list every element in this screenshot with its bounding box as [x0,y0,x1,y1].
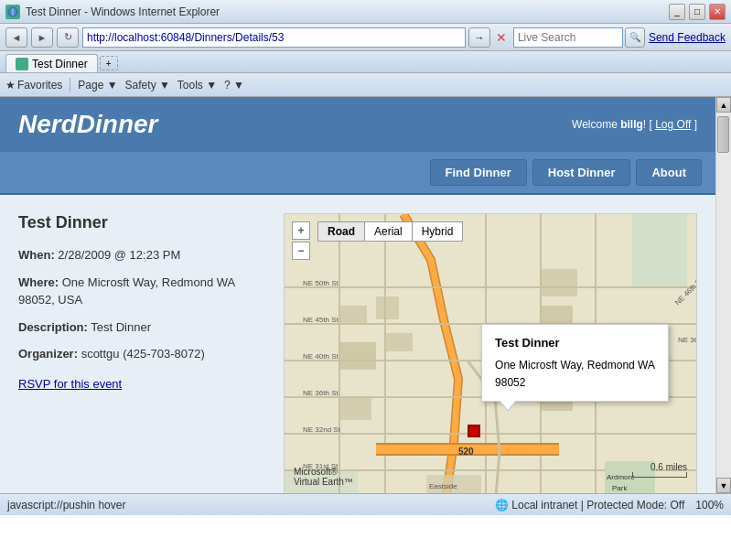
map-type-aerial[interactable]: Aerial [364,221,412,242]
svg-text:Park: Park [612,484,628,492]
organizer-field: Organizer: scottgu (425-703-8072) [18,345,265,363]
svg-rect-6 [339,342,376,370]
zone-indicator: 🌐 Local intranet | Protected Mode: Off [495,499,684,512]
map-type-selector[interactable]: Road Aerial Hybrid [317,221,463,242]
status-right: 🌐 Local intranet | Protected Mode: Off 1… [495,499,724,512]
map-logo-line1: Microsoft® [294,467,353,477]
favorites-toolbar[interactable]: ★ Favorites [5,79,62,92]
address-bar[interactable] [82,27,466,48]
search-button[interactable]: 🔍 [625,27,645,48]
logoff-link[interactable]: Log Off [655,118,691,131]
close-button[interactable]: ✕ [709,4,726,20]
map-type-hybrid[interactable]: Hybrid [412,221,464,242]
map-scale: 0.6 miles [632,462,687,478]
feedback-link[interactable]: Send Feedback [649,31,726,44]
organizer-label: Organizer: [18,347,78,361]
status-text: javascript://pushin hover [7,499,495,512]
svg-rect-2 [632,214,687,287]
where-label: Where: [18,275,59,289]
site-nav: Find Dinner Host Dinner About [0,152,715,195]
where-field: Where: One Microsft Way, Redmond WA 9805… [18,274,265,309]
site-header: NerdDinner Welcome billg! [ Log Off ] [0,97,715,152]
host-dinner-button[interactable]: Host Dinner [532,159,631,186]
minimize-button[interactable]: _ [669,4,685,20]
maximize-button[interactable]: □ [689,4,705,20]
map-zoom-controls[interactable]: + − [292,221,310,260]
scrollbar[interactable]: ▲ ▼ [715,97,731,493]
svg-rect-4 [339,306,367,324]
scale-label: 0.6 miles [650,462,687,472]
about-button[interactable]: About [636,159,702,186]
safety-menu[interactable]: Safety ▼ [125,79,170,92]
map-popup: Test Dinner One Microsft Way, Redmond WA… [481,324,669,402]
svg-rect-8 [339,397,371,420]
zone-text: Local intranet | Protected Mode: Off [511,499,684,512]
zoom-indicator: 100% [695,499,724,512]
popup-address1: One Microsft Way, Redmond WA [495,357,655,374]
forward-button[interactable]: ► [31,27,53,48]
svg-text:NE 40th St: NE 40th St [303,352,339,361]
zone-icon: 🌐 [495,499,509,512]
zoom-in-button[interactable]: + [292,221,310,240]
toolbar-sep1 [70,78,70,92]
svg-text:NE 36th: NE 36th [678,336,696,344]
zoom-text: 100% [695,499,724,512]
find-dinner-button[interactable]: Find Dinner [430,159,527,186]
description-value: Test Dinner [91,320,151,334]
back-button[interactable]: ◄ [5,27,27,48]
tools-menu[interactable]: Tools ▼ [177,79,217,92]
stop-button[interactable]: ✕ [493,27,510,48]
page-menu[interactable]: Page ▼ [78,79,117,92]
zoom-out-button[interactable]: − [292,242,310,260]
popup-address2: 98052 [495,374,655,392]
organizer-value: scottgu (425-703-8072) [81,347,205,361]
favorites-icon: ★ [5,79,16,92]
when-field: When: 2/28/2009 @ 12:23 PM [18,246,265,264]
svg-rect-9 [541,269,577,296]
description-field: Description: Test Dinner [18,318,265,337]
page-body: Test Dinner When: 2/28/2009 @ 12:23 PM W… [0,195,715,493]
status-bar: javascript://pushin hover 🌐 Local intran… [0,493,731,515]
browser-tab[interactable]: Test Dinner [5,54,98,72]
svg-text:Ardmore: Ardmore [607,473,635,481]
svg-rect-5 [376,296,399,319]
scale-bar [632,472,687,478]
svg-text:NE 36th St: NE 36th St [303,389,339,397]
svg-text:520: 520 [458,447,474,457]
browser-title: Test Dinner - Windows Internet Explorer [26,5,220,18]
scroll-track[interactable] [716,113,731,478]
map-copyright: © 2009 Microsoft Corporation © 2009 NAVT… [493,492,693,493]
scroll-up-button[interactable]: ▲ [716,97,731,113]
site-logo: NerdDinner [18,110,157,139]
svg-text:Eastside: Eastside [429,482,457,490]
map-type-road[interactable]: Road [317,221,364,242]
tab-favicon [16,58,28,70]
svg-text:NE 32nd St: NE 32nd St [303,425,341,434]
svg-text:NE 45th St: NE 45th St [303,316,339,324]
dinner-title: Test Dinner [18,213,265,232]
scroll-thumb[interactable] [717,116,729,153]
user-info: Welcome billg! [ Log Off ] [572,118,697,131]
map-container: 520 NE 50th St NE 45th St NE 40th St NE … [284,213,697,493]
new-tab-button[interactable]: + [100,56,118,70]
dinner-details: Test Dinner When: 2/28/2009 @ 12:23 PM W… [18,213,265,493]
svg-rect-7 [385,333,413,351]
popup-tail [500,401,515,410]
search-input[interactable] [513,27,623,48]
tab-label: Test Dinner [32,58,88,70]
help-menu[interactable]: ? ▼ [224,79,244,92]
refresh-button[interactable]: ↻ [57,27,79,48]
username: billg [620,118,643,131]
go-button[interactable]: → [468,27,490,48]
when-label: When: [18,248,55,262]
when-value: 2/28/2009 @ 12:23 PM [58,248,180,262]
map-logo-line2: Virtual Earth™ [294,477,353,487]
popup-title: Test Dinner [495,334,655,353]
description-label: Description: [18,320,88,334]
rsvp-link[interactable]: RSVP for this event [18,377,122,391]
svg-text:NE 50th St: NE 50th St [303,279,339,287]
map-logo: Microsoft® Virtual Earth™ [294,467,353,487]
browser-icon [5,5,20,19]
map-pin [468,425,480,437]
scroll-down-button[interactable]: ▼ [716,478,731,493]
